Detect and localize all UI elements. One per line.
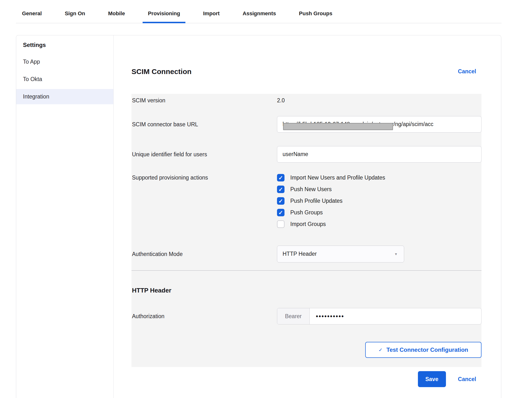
provisioning-actions-list: ✓ Import New Users and Profile Updates ✓…	[277, 174, 481, 228]
section-divider	[131, 270, 481, 271]
scim-version-row: SCIM version 2.0	[131, 94, 481, 104]
tab-provisioning[interactable]: Provisioning	[148, 10, 180, 23]
token-field[interactable]: ••••••••••	[310, 308, 481, 324]
sidebar-item-to-okta[interactable]: To Okta	[16, 72, 113, 87]
unique-id-row: Unique identifier field for users userNa…	[131, 146, 481, 163]
page-title: SCIM Connection	[131, 67, 191, 76]
checkbox-row-push-groups[interactable]: ✓ Push Groups	[277, 209, 481, 216]
settings-sidebar: Settings To App To Okta Integration	[16, 35, 114, 398]
checkbox-row-import-groups[interactable]: ✓ Import Groups	[277, 220, 481, 228]
scim-version-label: SCIM version	[131, 97, 277, 104]
tab-general[interactable]: General	[22, 10, 42, 23]
tab-push-groups[interactable]: Push Groups	[299, 10, 332, 23]
unique-id-value: userName	[277, 146, 481, 162]
save-button[interactable]: Save	[418, 371, 446, 387]
checkbox-label: Import New Users and Profile Updates	[290, 174, 385, 181]
tab-mobile[interactable]: Mobile	[108, 10, 125, 23]
checkbox-row-push-new-users[interactable]: ✓ Push New Users	[277, 186, 481, 193]
settings-card: Settings To App To Okta Integration SCIM…	[16, 35, 501, 398]
checkbox-row-push-profile-updates[interactable]: ✓ Push Profile Updates	[277, 197, 481, 205]
scim-connection-page: General Sign On Mobile Provisioning Impo…	[0, 0, 532, 398]
base-url-label: SCIM connector base URL	[131, 121, 277, 128]
checkbox-label: Push Groups	[290, 209, 323, 216]
sidebar-item-integration[interactable]: Integration	[16, 89, 113, 104]
provisioning-actions-row: Supported provisioning actions ✓ Import …	[131, 174, 481, 228]
test-connector-button[interactable]: ✓ Test Connector Configuration	[365, 342, 481, 358]
http-header-section-title: HTTP Header	[132, 287, 481, 294]
main-header: SCIM Connection Cancel	[131, 67, 481, 76]
app-tab-bar: General Sign On Mobile Provisioning Impo…	[16, 0, 502, 23]
check-icon: ✓	[277, 198, 284, 204]
scim-settings-panel: SCIM version 2.0 SCIM connector base URL…	[131, 94, 481, 367]
unique-id-label: Unique identifier field for users	[131, 151, 277, 158]
cancel-link-bottom[interactable]: Cancel	[458, 376, 476, 383]
check-icon: ✓	[277, 186, 284, 193]
check-icon: ✓	[277, 209, 284, 216]
checkbox-import-groups[interactable]: ✓	[277, 220, 284, 228]
test-connector-label: Test Connector Configuration	[386, 346, 468, 353]
auth-mode-label: Authentication Mode	[131, 251, 277, 257]
checkbox-push-new-users[interactable]: ✓	[277, 186, 284, 193]
checkbox-push-profile-updates[interactable]: ✓	[277, 197, 284, 205]
check-icon: ✓	[277, 174, 284, 181]
auth-mode-row: Authentication Mode HTTP Header ▼	[131, 246, 481, 263]
redaction-bar	[283, 123, 393, 130]
authorization-row: Authorization Bearer ••••••••••	[131, 308, 481, 324]
cancel-link-top[interactable]: Cancel	[458, 67, 481, 75]
checkbox-import-users[interactable]: ✓	[277, 174, 284, 181]
tab-import[interactable]: Import	[203, 10, 219, 23]
auth-mode-value: HTTP Header	[277, 246, 404, 262]
authorization-input-group: Bearer ••••••••••	[277, 308, 481, 324]
form-footer: Save Cancel	[131, 371, 481, 387]
tab-sign-on[interactable]: Sign On	[65, 10, 85, 23]
checkbox-push-groups[interactable]: ✓	[277, 209, 284, 216]
provisioning-actions-label: Supported provisioning actions	[131, 174, 277, 181]
unique-id-input[interactable]: userName	[277, 146, 481, 163]
main-content: SCIM Connection Cancel SCIM version 2.0 …	[114, 35, 501, 398]
test-connector-row: ✓ Test Connector Configuration	[131, 342, 481, 358]
checkbox-row-import-users[interactable]: ✓ Import New Users and Profile Updates	[277, 174, 481, 181]
authorization-label: Authorization	[131, 313, 277, 320]
sidebar-list: To App To Okta Integration	[16, 54, 113, 104]
base-url-row: SCIM connector base URL https://b5bd-185…	[131, 116, 481, 133]
sidebar-item-to-app[interactable]: To App	[16, 54, 113, 69]
chevron-down-icon: ▼	[394, 252, 398, 256]
bearer-prefix: Bearer	[277, 308, 310, 324]
base-url-input[interactable]: https://b5bd-185-19-67-148.ngrok.io/gate…	[277, 116, 481, 133]
auth-mode-select[interactable]: HTTP Header ▼	[277, 246, 404, 263]
scim-version-value: 2.0	[277, 97, 481, 104]
check-icon: ✓	[379, 347, 383, 352]
sidebar-title: Settings	[16, 35, 113, 48]
checkbox-label: Push New Users	[290, 186, 332, 193]
checkbox-label: Import Groups	[290, 221, 326, 227]
tab-assignments[interactable]: Assignments	[243, 10, 276, 23]
checkbox-label: Push Profile Updates	[290, 198, 343, 204]
